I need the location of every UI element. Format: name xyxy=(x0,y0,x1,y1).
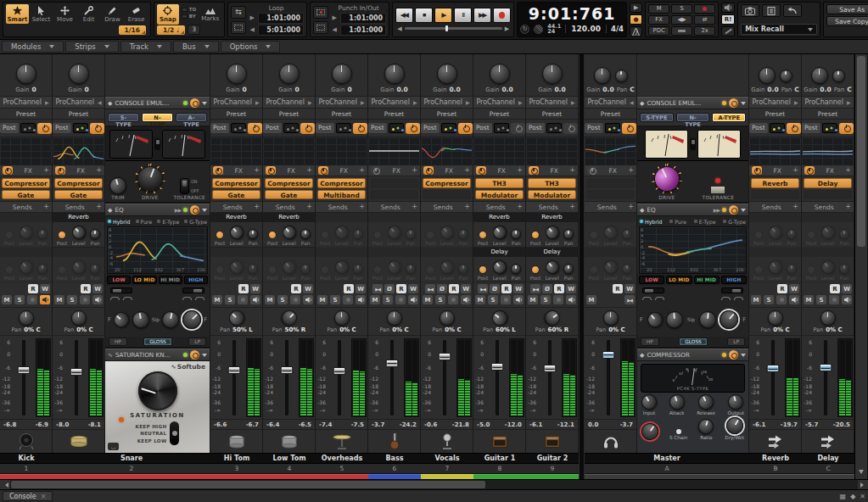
send-pan-knob[interactable] xyxy=(839,264,849,274)
prochannel-expand-icon[interactable]: ▶ xyxy=(794,99,798,105)
fx-plugin-gate[interactable]: Gate xyxy=(2,190,50,200)
track-icon[interactable] xyxy=(53,430,104,453)
eq-mode-option[interactable]: Pure xyxy=(136,219,153,225)
gloss-button[interactable]: GLOSS xyxy=(143,337,171,346)
add-send-button[interactable]: + xyxy=(96,204,102,210)
sample-rate-display[interactable]: 44.124 xyxy=(547,24,561,35)
console-type-n-button[interactable]: N-TYPE xyxy=(676,113,710,122)
send-post-button[interactable] xyxy=(531,231,540,239)
send-level-knob[interactable] xyxy=(818,223,837,243)
gain-knob[interactable] xyxy=(69,64,89,84)
mute-button[interactable]: M xyxy=(212,295,222,304)
plugin-menu-icon[interactable]: ◡ xyxy=(108,443,119,450)
horizontal-scrollbar[interactable] xyxy=(0,479,868,489)
prochannel-header[interactable]: ProChannel◀ xyxy=(585,97,636,109)
eq-mode-option[interactable]: Pure xyxy=(669,219,686,225)
input-pan-knob[interactable] xyxy=(832,70,845,82)
marks-button[interactable]: Marks xyxy=(199,4,221,24)
comp-threshold-knob[interactable] xyxy=(638,420,662,443)
preset-selector[interactable]: Preset xyxy=(263,109,315,120)
automation-write-button[interactable]: W xyxy=(842,284,852,293)
fader-handle[interactable] xyxy=(491,363,504,371)
revert-button[interactable] xyxy=(783,4,802,17)
track-icon[interactable] xyxy=(316,430,367,453)
prochannel-power-button[interactable] xyxy=(787,123,801,134)
gain-knob[interactable] xyxy=(16,64,36,84)
fx-rack-power-button[interactable] xyxy=(476,166,486,175)
send-reverb[interactable]: ReverbPostLevelPan xyxy=(473,213,525,248)
eq-graph[interactable]: 6420-2-4-6 201126323k720k xyxy=(639,226,747,274)
input-echo-button[interactable] xyxy=(303,295,313,304)
eq-low-freq-knob[interactable] xyxy=(110,309,132,330)
fx-rack-power-button[interactable] xyxy=(213,166,223,175)
preset-selector[interactable]: Preset xyxy=(749,109,801,120)
mute-button[interactable]: M xyxy=(475,295,485,304)
strip-name[interactable]: Hi Tom xyxy=(210,453,263,464)
vertical-scrollbar[interactable] xyxy=(854,54,867,479)
tool-edit-button[interactable]: Edit xyxy=(77,4,100,24)
comp-drywet-knob[interactable] xyxy=(723,414,746,437)
gain-knob[interactable] xyxy=(437,64,457,84)
eq-graph[interactable]: 6420-2-4-6 201126323k720k xyxy=(107,226,208,274)
low-band-slider[interactable] xyxy=(110,287,132,293)
fast-forward-button[interactable]: ▶▶ xyxy=(473,8,491,23)
post-button[interactable]: Post xyxy=(316,123,334,133)
add-send-button[interactable]: + xyxy=(43,204,49,210)
eq-plugin-icon[interactable] xyxy=(770,123,785,133)
send-pan-knob[interactable] xyxy=(353,264,363,274)
send-post-button[interactable] xyxy=(268,231,277,239)
fx-plugin-reverb[interactable]: Reverb xyxy=(751,178,799,188)
eq-lomid-knob[interactable] xyxy=(665,310,684,329)
input-echo-button[interactable] xyxy=(461,295,471,304)
fx-rack-power-button[interactable] xyxy=(266,166,276,175)
input-echo-button[interactable] xyxy=(842,295,852,304)
fader-track[interactable] xyxy=(380,338,404,417)
eq-plugin-icon[interactable] xyxy=(441,123,456,133)
prochannel-power-button[interactable] xyxy=(90,123,104,134)
send-post-button[interactable] xyxy=(479,231,487,239)
send-level-knob[interactable] xyxy=(765,223,785,243)
add-send-button[interactable]: + xyxy=(569,204,575,210)
prochannel-expand-icon[interactable]: ◀ xyxy=(630,99,634,105)
prochannel-expand-icon[interactable]: ▶ xyxy=(571,99,575,105)
comp-ratio-knob[interactable] xyxy=(697,417,715,436)
module-collapse-icon[interactable] xyxy=(741,209,746,215)
tool-erase-button[interactable]: Erase xyxy=(125,4,148,24)
fader-track[interactable] xyxy=(275,338,299,417)
eq-band-button[interactable]: HIGH xyxy=(721,276,747,284)
strip-name[interactable]: Guitar 2 xyxy=(526,453,579,464)
prochannel-expand-icon[interactable]: ▶ xyxy=(255,99,260,105)
fx-rack-power-button[interactable] xyxy=(423,166,434,175)
interleave-button[interactable]: ▶◀ xyxy=(478,284,488,293)
sidechain-toggle[interactable]: S Chain xyxy=(669,429,687,440)
module-power-button[interactable] xyxy=(190,350,199,360)
gain-knob[interactable] xyxy=(227,64,247,84)
fader-track[interactable] xyxy=(814,338,837,417)
post-button[interactable]: Post xyxy=(585,123,603,133)
preset-selector[interactable]: Preset xyxy=(0,109,52,120)
send-pan-knob[interactable] xyxy=(406,229,416,239)
tool-smart-button[interactable]: Smart xyxy=(6,4,29,24)
send-post-button[interactable] xyxy=(479,265,487,274)
send-level-knob[interactable] xyxy=(69,223,88,243)
fx-rack-power-button[interactable] xyxy=(55,166,65,175)
send-reverb[interactable]: ReverbPostLevelPan xyxy=(210,213,262,248)
solo-button[interactable]: S xyxy=(816,295,826,304)
eq-mode-option[interactable]: G-Type xyxy=(723,219,746,225)
comp-attack-knob[interactable] xyxy=(667,392,686,411)
interleave-button[interactable]: ▶◀ xyxy=(425,284,435,293)
fader-track[interactable] xyxy=(12,338,36,417)
track-icon[interactable] xyxy=(368,430,420,453)
fx-rack-power-button[interactable] xyxy=(3,166,13,175)
tool-draw-button[interactable]: Draw xyxy=(101,4,124,24)
input-echo-button[interactable] xyxy=(40,295,50,304)
eq-high-freq-knob[interactable] xyxy=(716,307,742,333)
automation-write-button[interactable]: W xyxy=(789,284,799,293)
record-mini-button[interactable]: ● xyxy=(630,14,642,25)
prochannel-header[interactable]: ProChannel◀ xyxy=(53,97,104,109)
gloss-button[interactable]: GLOSS xyxy=(679,337,707,346)
gain-knob[interactable] xyxy=(332,64,352,84)
eq-plugin-icon[interactable] xyxy=(336,123,351,133)
mute-button[interactable]: M xyxy=(586,295,596,304)
send-destination[interactable]: Delay xyxy=(473,248,525,257)
